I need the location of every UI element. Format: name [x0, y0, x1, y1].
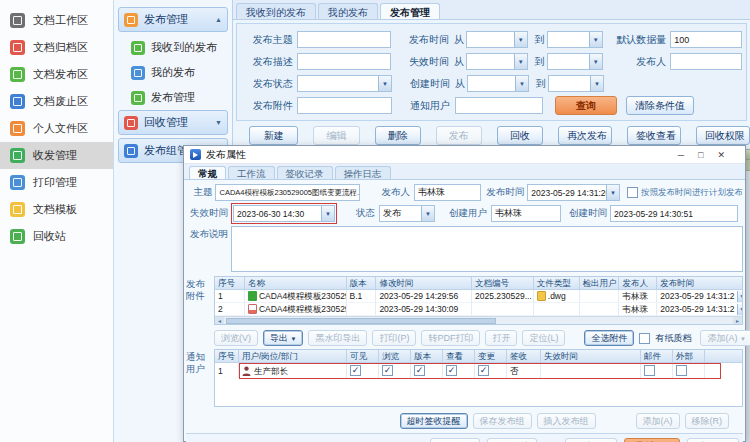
create-user-input[interactable]: 韦林珠: [491, 205, 561, 222]
nav-group-publish-manage[interactable]: 发布管理▲: [118, 7, 228, 32]
tab-general[interactable]: 常规: [189, 166, 226, 179]
memo-textarea[interactable]: [231, 226, 743, 272]
delete-button[interactable]: 删除: [375, 126, 421, 145]
select-all-attachments-button[interactable]: 全选附件: [584, 330, 634, 346]
add-user-button[interactable]: 添加(A): [636, 413, 680, 429]
nav-item-received-publish[interactable]: 我收到的发布: [118, 35, 228, 60]
publish-time-to-combo[interactable]: ▼: [547, 31, 603, 48]
sidebar-item-personal-files[interactable]: 个人文件区: [0, 115, 113, 142]
acol-modified[interactable]: 修改时间: [376, 277, 472, 290]
acol-file-type[interactable]: 文件类型: [534, 277, 580, 290]
create-time-to-combo[interactable]: ▼: [548, 75, 604, 92]
recall-button[interactable]: 回收: [497, 126, 543, 145]
ncol-external[interactable]: 外部: [673, 350, 705, 362]
acol-doc-no[interactable]: 文档编号: [472, 277, 534, 290]
publish-state-combo[interactable]: ▼: [297, 75, 392, 92]
open-button[interactable]: 打开: [485, 330, 517, 346]
acol-version[interactable]: 版本: [347, 277, 377, 290]
visible-checkbox[interactable]: ✓: [350, 365, 361, 376]
dropdown-arrow-icon[interactable]: ▼: [378, 76, 391, 91]
insert-publish-group-button[interactable]: 插入发布组: [537, 413, 596, 429]
browse-button[interactable]: 浏览(V): [214, 330, 258, 346]
acol-name[interactable]: 名称: [245, 277, 347, 290]
tab-my-publish[interactable]: 我的发布: [318, 3, 378, 19]
tab-sign-record[interactable]: 签收记录: [277, 166, 333, 179]
maximize-icon[interactable]: □: [698, 150, 703, 160]
dlg-publisher-input[interactable]: 韦林珠: [414, 184, 481, 201]
attachment-row[interactable]: 2 CADA4模程模板230529005图.. 2023-05-29 14:30…: [215, 303, 742, 316]
browse-checkbox[interactable]: ✓: [382, 365, 393, 376]
expire-time-from-combo[interactable]: ▼: [466, 53, 528, 70]
sidebar-item-doc-workspace[interactable]: 文档工作区: [0, 7, 113, 34]
save-publish-group-button[interactable]: 保存发布组: [473, 413, 532, 429]
close-icon[interactable]: ✕: [717, 150, 725, 160]
schedule-publish-checkbox[interactable]: [627, 187, 638, 198]
ncol-sign[interactable]: 签收: [507, 350, 541, 362]
dropdown-arrow-icon[interactable]: ▼: [737, 304, 742, 315]
create-time-input[interactable]: 2023-05-29 14:30:51: [610, 205, 738, 222]
ncol-browse[interactable]: 浏览: [379, 350, 411, 362]
pdf-print-button[interactable]: 转PDF打印: [421, 330, 480, 346]
tab-operation-log[interactable]: 操作日志: [335, 166, 391, 179]
edit-button[interactable]: 编辑: [313, 126, 359, 145]
edit-note-button[interactable]: 修改备注: [487, 438, 537, 442]
external-checkbox[interactable]: [676, 365, 687, 376]
dropdown-arrow-icon[interactable]: ▼: [321, 206, 334, 221]
ncol-version[interactable]: 版本: [411, 350, 443, 362]
add-attachment-button[interactable]: 添加(A) ▼: [700, 330, 750, 346]
dropdown-arrow-icon[interactable]: ▼: [514, 54, 527, 69]
ncol-user[interactable]: 用户/岗位/部门: [239, 350, 347, 362]
state-combo[interactable]: 发布▼: [379, 205, 435, 222]
sidebar-item-doc-template[interactable]: 文档模板: [0, 196, 113, 223]
scroll-right-icon[interactable]: ▸: [733, 317, 742, 325]
sidebar-item-recycle-bin[interactable]: 回收站: [0, 223, 113, 250]
dlg-expire-time-combo[interactable]: 2023-06-30 14:30▼: [233, 205, 335, 222]
chevron-down-icon[interactable]: ▼: [215, 119, 222, 126]
ncol-change[interactable]: 变更: [475, 350, 507, 362]
mail-checkbox[interactable]: [644, 365, 655, 376]
attachments-h-scrollbar[interactable]: ◂ ▸: [215, 316, 742, 324]
dialog-title-bar[interactable]: 发布属性 ─ □ ✕: [184, 146, 745, 164]
dropdown-arrow-icon[interactable]: ▼: [589, 54, 602, 69]
version-checkbox[interactable]: ✓: [414, 365, 425, 376]
ncol-view[interactable]: 查看: [443, 350, 475, 362]
acol-publisher[interactable]: 发布人: [619, 277, 657, 290]
publish-time-from-combo[interactable]: ▼: [466, 31, 528, 48]
recall-permission-button[interactable]: 回收权限: [696, 126, 750, 145]
ok-button[interactable]: 确定(O): [565, 438, 617, 442]
apply-button[interactable]: 应用(A): [687, 438, 739, 442]
sidebar-item-send-receive[interactable]: 收发管理: [0, 142, 113, 169]
publisher-input[interactable]: [670, 53, 742, 70]
ncol-expire[interactable]: 失效时间: [541, 350, 641, 362]
sidebar-item-print-manage[interactable]: 打印管理: [0, 169, 113, 196]
acol-publish-time[interactable]: 发布时间: [657, 277, 742, 290]
print-button[interactable]: 打印(P): [372, 330, 416, 346]
publish-desc-input[interactable]: [297, 53, 392, 70]
dropdown-arrow-icon[interactable]: ▼: [421, 206, 434, 221]
dropdown-arrow-icon[interactable]: ▼: [515, 76, 528, 91]
republish-button[interactable]: 再次发布: [558, 126, 612, 145]
remove-user-button[interactable]: 移除(R): [685, 413, 730, 429]
tab-publish-manage[interactable]: 发布管理: [380, 3, 440, 19]
sidebar-item-doc-abolish[interactable]: 文档废止区: [0, 88, 113, 115]
scroll-left-icon[interactable]: ◂: [215, 317, 224, 325]
batch-distribute-button[interactable]: 批量分发: [430, 438, 480, 442]
watermark-export-button[interactable]: 黑水印导出: [308, 330, 367, 346]
dropdown-arrow-icon[interactable]: ▼: [606, 185, 619, 200]
chevron-up-icon[interactable]: ▲: [215, 16, 222, 23]
nav-item-publish-manage[interactable]: 发布管理: [118, 85, 228, 110]
sidebar-item-doc-publish[interactable]: 文档发布区: [0, 61, 113, 88]
tab-workflow[interactable]: 工作流: [228, 166, 275, 179]
locate-button[interactable]: 定位(L): [522, 330, 565, 346]
dropdown-arrow-icon[interactable]: ▼: [514, 32, 527, 47]
default-count-input[interactable]: 100: [670, 31, 742, 48]
dropdown-arrow-icon[interactable]: ▼: [589, 32, 602, 47]
view-checkbox[interactable]: ✓: [446, 365, 457, 376]
publish-subject-input[interactable]: [297, 31, 392, 48]
nav-group-recycle-manage[interactable]: 回收管理▼: [118, 110, 228, 135]
ncol-visible[interactable]: 可见: [347, 350, 379, 362]
export-button[interactable]: 导出 ▼: [263, 330, 303, 346]
paper-archive-checkbox[interactable]: [639, 333, 650, 344]
publish-button[interactable]: 发布: [436, 126, 482, 145]
change-checkbox[interactable]: ✓: [478, 365, 489, 376]
